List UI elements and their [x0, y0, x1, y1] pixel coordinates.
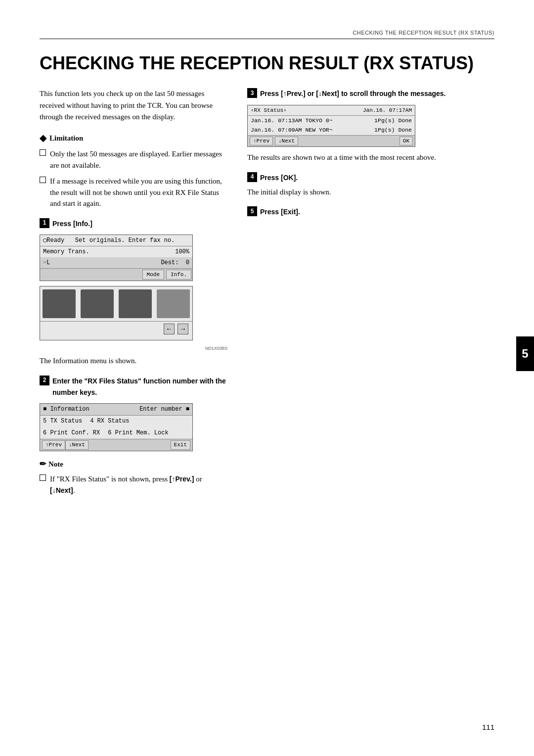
rx-screen: ‹RX Status› Jan.16. 07:17AM Jan.16. 07:1…: [247, 105, 415, 147]
step-2-num: 2: [40, 376, 49, 385]
step-1-label: Press [Info.]: [52, 218, 92, 230]
step-5-num: 5: [247, 206, 257, 216]
graphic-bar-3: [119, 289, 152, 318]
note-item-text: If "RX Files Status" is not shown, press…: [50, 473, 227, 496]
checkbox-icon: [40, 177, 46, 183]
lcd-row-1: ◯Ready Set originals. Enter fax no.: [40, 235, 192, 246]
list-item: Only the last 50 messages are displayed.…: [40, 148, 227, 171]
section-tab: 5: [516, 336, 534, 371]
step-4-num: 4: [247, 172, 257, 182]
rx-data-row-1: Jan.16. 07:13AM TOKYO 0~ 1Pg(s) Done: [248, 116, 415, 125]
info-header-row: ■ Information Enter number ■: [40, 404, 192, 416]
step-5-label: Press [Exit].: [260, 206, 300, 218]
info-row1-right: 4 RX Status: [90, 417, 129, 426]
info-content-row-2: 6 Print Conf. RX 6 Print Mem. Lock: [40, 427, 192, 439]
arrow-left-btn: ←: [164, 324, 175, 334]
step-2-label: Enter the "RX Files Status" function num…: [52, 376, 227, 399]
info-row1-left: 5 TX Status: [43, 417, 82, 426]
header-rule: [40, 39, 494, 39]
step-1-num: 1: [40, 218, 49, 228]
lcd-text: Dest: 0: [161, 258, 189, 267]
step-4-description: The initial display is shown.: [247, 187, 494, 198]
step-4-label: Press [OK].: [260, 172, 298, 184]
step-3-title: 3 Press [↑Prev.] or [↓Next] to scroll th…: [247, 88, 494, 99]
step-2-title: 2 Enter the "RX Files Status" function n…: [40, 376, 227, 399]
rx-row1-right: 1Pg(s) Done: [374, 116, 412, 125]
limitation-icon: ◆: [40, 132, 46, 145]
checkbox-icon: [40, 474, 46, 481]
arrow-right-btn: →: [178, 324, 188, 334]
lcd-screen-1: ◯Ready Set originals. Enter fax no. Memo…: [40, 235, 193, 282]
step-1-title: 1 Press [Info.]: [40, 218, 227, 230]
graphic-bar-2: [81, 289, 114, 318]
rx-btn-prev: ↑Prev: [250, 137, 273, 146]
note-section: ✏ Note If "RX Files Status" is not shown…: [40, 458, 227, 496]
lcd-btn-row: Mode Info.: [40, 268, 192, 281]
list-item: If a message is received while you are u…: [40, 176, 227, 209]
step-2: 2 Enter the "RX Files Status" function n…: [40, 376, 227, 496]
limitation-header: ◆ Limitation: [40, 132, 227, 145]
note-item: If "RX Files Status" is not shown, press…: [40, 473, 227, 496]
step-4-title: 4 Press [OK].: [247, 172, 494, 184]
limitation-list: Only the last 50 messages are displayed.…: [40, 148, 227, 209]
step-1: 1 Press [Info.] ◯Ready Set originals. En…: [40, 218, 227, 367]
step-3: 3 Press [↑Prev.] or [↓Next] to scroll th…: [247, 88, 494, 163]
info-content-row-1: 5 TX Status 4 RX Status: [40, 416, 192, 427]
nd-label: ND1X03E0: [40, 345, 227, 352]
info-header-right: Enter number ■: [139, 405, 189, 414]
rx-row1-left: Jan.16. 07:13AM TOKYO 0~: [251, 116, 333, 125]
chapter-title: CHECKING THE RECEPTION RESULT (RX STATUS…: [40, 53, 494, 73]
note-icon: ✏: [40, 458, 46, 471]
graphic-panel-bottom: ← →: [40, 321, 192, 336]
step-5: 5 Press [Exit].: [247, 206, 494, 218]
rx-row2-left: Jan.16. 07:09AM NEW YOR~: [251, 126, 333, 134]
lcd-row-2: Memory Trans. 100%: [40, 246, 192, 257]
step-3-description: The results are shown two at a time with…: [247, 152, 494, 163]
checkbox-icon: [40, 149, 46, 156]
info-btn-next: ↓Next: [65, 440, 89, 450]
page-number: 111: [482, 723, 494, 731]
info-header-left: ■ Information: [43, 405, 89, 414]
rx-btn-row: ↑Prev ↓Next OK: [248, 135, 415, 147]
lcd-btn-mode: Mode: [142, 270, 164, 280]
limitation-item-1: Only the last 50 messages are displayed.…: [50, 148, 227, 171]
rx-btn-ok: OK: [400, 137, 413, 146]
note-header: ✏ Note: [40, 458, 227, 471]
page-header: CHECKING THE RECEPTION RESULT (RX STATUS…: [40, 30, 494, 36]
rx-data-row-2: Jan.16. 07:09AM NEW YOR~ 1Pg(s) Done: [248, 125, 415, 135]
info-row2-left: 6 Print Conf. RX: [43, 428, 100, 438]
limitation-item-2: If a message is received while you are u…: [50, 176, 227, 209]
step-4: 4 Press [OK]. The initial display is sho…: [247, 172, 494, 198]
step-5-title: 5 Press [Exit].: [247, 206, 494, 218]
graphic-bar-1: [43, 289, 76, 318]
graphic-panel-top: [40, 286, 192, 321]
info-btn-exit: Exit: [171, 440, 190, 450]
info-btn-prev: ↑Prev: [42, 440, 65, 450]
info-row2-right: 6 Print Mem. Lock: [108, 428, 168, 438]
lcd-btn-info: Info.: [166, 270, 191, 280]
note-list: If "RX Files Status" is not shown, press…: [40, 473, 227, 496]
rx-header-right: Jan.16. 07:17AM: [363, 106, 412, 115]
info-btn-row: ↑Prev ↓Next Exit: [40, 439, 192, 451]
lcd-text: ☞L: [43, 258, 50, 267]
rx-header-row: ‹RX Status› Jan.16. 07:17AM: [248, 105, 415, 116]
rx-header-left: ‹RX Status›: [251, 106, 287, 115]
note-title: Note: [48, 459, 63, 470]
graphic-panel: ← →: [40, 286, 193, 340]
lcd-text: 100%: [175, 247, 189, 256]
step-1-description: The Information menu is shown.: [40, 355, 227, 367]
rx-row2-right: 1Pg(s) Done: [374, 126, 412, 134]
step-3-label: Press [↑Prev.] or [↓Next] to scroll thro…: [260, 88, 446, 99]
info-screen: ■ Information Enter number ■ 5 TX Status…: [40, 403, 193, 451]
lcd-text: Memory Trans.: [43, 247, 89, 256]
graphic-bar-4: [157, 289, 190, 318]
limitation-title: Limitation: [49, 133, 83, 144]
rx-btn-next: ↓Next: [275, 137, 298, 146]
lcd-text: ◯Ready Set originals. Enter fax no.: [43, 236, 175, 245]
intro-text: This function lets you check up on the l…: [40, 88, 227, 123]
step-3-num: 3: [247, 88, 257, 98]
lcd-row-3: ☞L Dest: 0: [40, 257, 192, 268]
